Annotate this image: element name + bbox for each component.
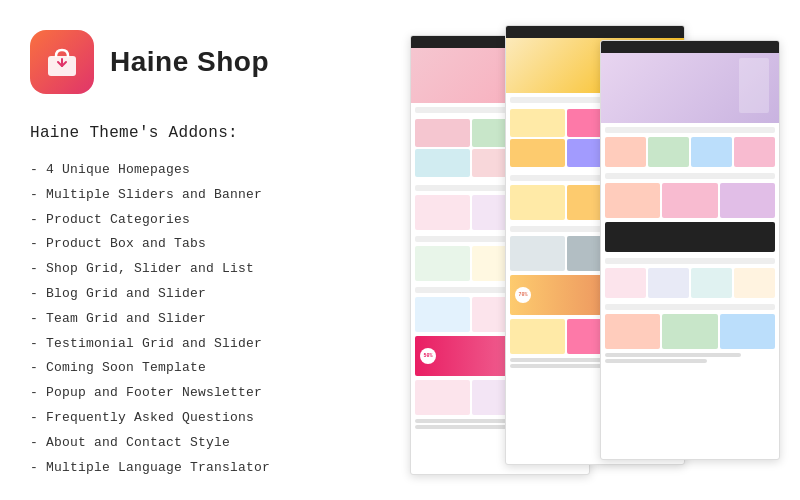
- logo-area: Haine Shop: [30, 30, 400, 94]
- logo-text: Haine Shop: [110, 46, 269, 78]
- addons-list: - 4 Unique Homepages- Multiple Sliders a…: [30, 160, 400, 478]
- addon-list-item: - Shop Grid, Slider and List: [30, 259, 400, 280]
- addon-list-item: - Team Grid and Slider: [30, 309, 400, 330]
- addon-list-item: - Coming Soon Template: [30, 358, 400, 379]
- addon-list-item: - Multiple Sliders and Banner: [30, 185, 400, 206]
- addon-list-item: - Frequently Asked Questions: [30, 408, 400, 429]
- addon-list-item: - Testimonial Grid and Slider: [30, 334, 400, 355]
- addons-title: Haine Theme's Addons:: [30, 124, 400, 142]
- addon-list-item: - Product Box and Tabs: [30, 234, 400, 255]
- left-panel: Haine Shop Haine Theme's Addons: - 4 Uni…: [30, 30, 400, 480]
- addon-list-item: - 4 Unique Homepages: [30, 160, 400, 181]
- screenshot-3: [600, 40, 780, 460]
- logo-icon: [30, 30, 94, 94]
- logo-svg: [44, 44, 80, 80]
- addon-list-item: - Popup and Footer Newsletter: [30, 383, 400, 404]
- right-panel: 50%: [400, 30, 790, 480]
- addon-list-item: - Multiple Language Translator: [30, 458, 400, 479]
- screenshots-container: 50%: [410, 20, 790, 480]
- addon-list-item: - About and Contact Style: [30, 433, 400, 454]
- page-container: Haine Shop Haine Theme's Addons: - 4 Uni…: [0, 0, 800, 500]
- addon-list-item: - Product Categories: [30, 210, 400, 231]
- addon-list-item: - Blog Grid and Slider: [30, 284, 400, 305]
